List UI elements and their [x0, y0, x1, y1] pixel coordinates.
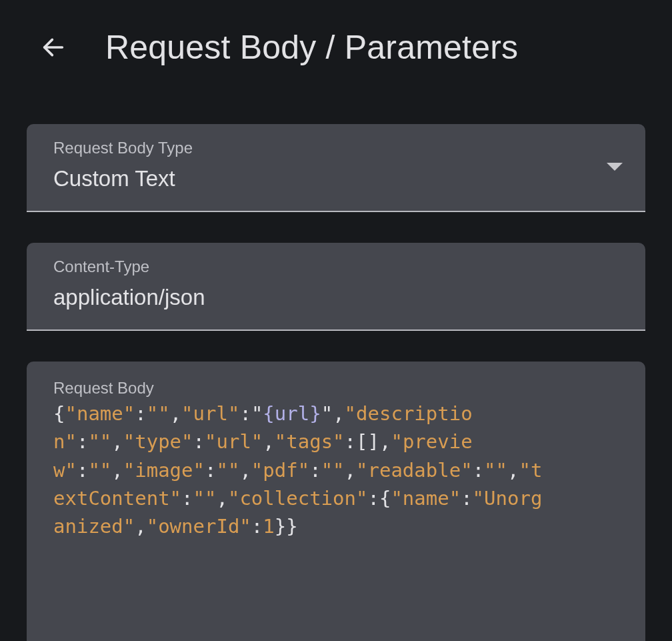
content-type-input[interactable]: Content-Type application/json [27, 243, 645, 331]
header: Request Body / Parameters [0, 0, 672, 67]
field-value: Custom Text [53, 165, 619, 192]
request-body-input[interactable]: Request Body {"name":"","url":"{url}","d… [27, 362, 645, 641]
chevron-down-icon [607, 163, 623, 171]
request-body-code: {"name":"","url":"{url}","description":"… [53, 400, 547, 541]
page-title: Request Body / Parameters [105, 28, 518, 67]
back-button[interactable] [37, 31, 69, 63]
content: Request Body Type Custom Text Content-Ty… [0, 67, 672, 641]
field-label: Request Body Type [53, 139, 619, 158]
field-label: Request Body [53, 379, 619, 398]
request-body-type-select[interactable]: Request Body Type Custom Text [27, 124, 645, 212]
field-label: Content-Type [53, 257, 619, 277]
arrow-left-icon [40, 34, 67, 61]
field-value: application/json [53, 283, 619, 311]
